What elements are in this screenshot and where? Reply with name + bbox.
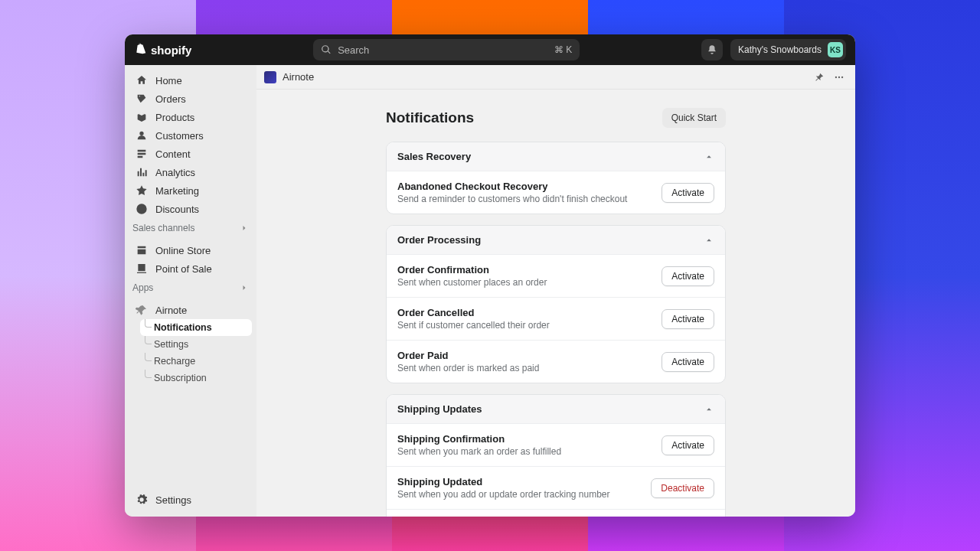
bell-icon	[707, 44, 717, 55]
sidebar-item-discounts[interactable]: Discounts	[129, 200, 252, 218]
subnav-settings[interactable]: Settings	[140, 336, 252, 353]
notification-row: Abandoned Checkout Recovery Send a remin…	[387, 171, 725, 214]
search-icon	[321, 44, 332, 55]
chevron-right-icon	[240, 223, 249, 233]
sidebar-item-content[interactable]: Content	[129, 145, 252, 163]
sidebar-item-products[interactable]: Products	[129, 108, 252, 126]
sidebar-item-customers[interactable]: Customers	[129, 126, 252, 145]
row-desc: Sent when order is marked as paid	[397, 363, 539, 373]
channel-icon	[136, 262, 148, 275]
shopify-icon	[134, 43, 148, 57]
row-desc: Sent when customer places an order	[397, 277, 547, 288]
sidebar-channel-point-of-sale[interactable]: Point of Sale	[129, 259, 252, 278]
sidebar-item-marketing[interactable]: Marketing	[129, 181, 252, 200]
nav-icon	[136, 166, 148, 178]
section-header[interactable]: Sales Recovery	[387, 142, 725, 171]
row-desc: Send a reminder to customers who didn't …	[397, 194, 627, 204]
sidebar-app-airnote[interactable]: Airnote	[129, 301, 252, 319]
page-title: Notifications	[386, 109, 474, 126]
dots-horizontal-icon	[834, 72, 844, 83]
chevron-up-icon	[704, 404, 714, 415]
nav-icon	[136, 148, 148, 160]
app-header: Airnote	[256, 65, 855, 90]
nav-icon	[136, 93, 148, 105]
chevron-right-icon	[240, 283, 249, 292]
pin-icon	[136, 304, 148, 316]
nav-icon	[136, 203, 148, 215]
more-menu-button[interactable]	[831, 69, 848, 86]
notification-row: Order Confirmation Sent when customer pl…	[387, 254, 725, 297]
sidebar-item-orders[interactable]: Orders	[129, 90, 252, 108]
nav-icon	[136, 74, 148, 86]
row-title: Shipping Confirmation	[397, 433, 561, 445]
row-desc: Sent if customer cancelled their order	[397, 320, 550, 331]
svg-point-0	[835, 76, 837, 77]
notification-row: Order Cancelled Sent if customer cancell…	[387, 297, 725, 340]
chevron-up-icon	[704, 152, 714, 162]
deactivate-button[interactable]: Deactivate	[651, 478, 714, 498]
notification-row: Shipping Confirmation Sent when you mark…	[387, 423, 725, 466]
section-header[interactable]: Order Processing	[387, 226, 725, 254]
activate-button[interactable]: Activate	[662, 266, 714, 286]
brand-name: shopify	[151, 44, 191, 57]
row-title: Order Cancelled	[397, 307, 550, 318]
subnav-recharge[interactable]: Recharge	[140, 353, 252, 370]
notification-row: Order Paid Sent when order is marked as …	[387, 340, 725, 383]
sidebar-item-home[interactable]: Home	[129, 71, 252, 90]
app-window: shopify Search ⌘ K Kathy's Snowboards KS…	[125, 34, 855, 517]
sidebar-channel-online-store[interactable]: Online Store	[129, 241, 252, 259]
row-title: Shipping Updated	[397, 476, 610, 487]
notifications-bell[interactable]	[701, 39, 723, 60]
activate-button[interactable]: Activate	[662, 435, 714, 455]
apps-header[interactable]: Apps	[125, 281, 256, 295]
nav-icon	[136, 111, 148, 123]
svg-point-2	[841, 76, 843, 77]
nav-icon	[136, 129, 148, 142]
search-input[interactable]: Search ⌘ K	[313, 39, 580, 60]
subnav-subscription[interactable]: Subscription	[140, 370, 252, 386]
app-icon	[264, 71, 276, 83]
store-switcher[interactable]: Kathy's Snowboards KS	[730, 39, 846, 60]
notification-row: Shipment Delivered Sent when order is de…	[387, 509, 725, 517]
row-title: Order Confirmation	[397, 264, 547, 276]
channel-icon	[136, 244, 148, 256]
main-area: Airnote Notifications Quick Start	[256, 65, 855, 517]
nav-icon	[136, 184, 148, 197]
sidebar-settings[interactable]: Settings	[129, 491, 252, 509]
topbar: shopify Search ⌘ K Kathy's Snowboards KS	[125, 34, 855, 65]
activate-button[interactable]: Activate	[662, 352, 714, 372]
app-name: Airnote	[283, 71, 314, 83]
search-placeholder: Search	[338, 44, 369, 56]
gear-icon	[136, 494, 148, 506]
sidebar-item-analytics[interactable]: Analytics	[129, 163, 252, 181]
avatar: KS	[828, 42, 843, 57]
sidebar: HomeOrdersProductsCustomersContentAnalyt…	[125, 65, 256, 517]
section-order-processing: Order Processing Order Confirmation Sent…	[386, 225, 726, 383]
section-shipping-updates: Shipping Updates Shipping Confirmation S…	[386, 394, 726, 517]
row-desc: Sent when you mark an order as fulfilled	[397, 446, 561, 457]
sales-channels-header[interactable]: Sales channels	[125, 221, 256, 235]
subnav-notifications[interactable]: Notifications	[140, 319, 252, 336]
section-sales-recovery: Sales Recovery Abandoned Checkout Recove…	[386, 142, 726, 214]
row-title: Abandoned Checkout Recovery	[397, 181, 627, 192]
brand-logo[interactable]: shopify	[134, 43, 191, 57]
pin-app-button[interactable]	[811, 69, 828, 86]
quick-start-button[interactable]: Quick Start	[662, 108, 726, 128]
section-header[interactable]: Shipping Updates	[387, 395, 725, 423]
activate-button[interactable]: Activate	[662, 309, 714, 329]
row-desc: Sent when you add or update order tracki…	[397, 489, 610, 500]
svg-point-1	[838, 76, 840, 77]
chevron-up-icon	[704, 235, 714, 246]
notification-row: Shipping Updated Sent when you add or up…	[387, 466, 725, 509]
store-name: Kathy's Snowboards	[738, 44, 822, 55]
activate-button[interactable]: Activate	[662, 183, 714, 203]
search-shortcut: ⌘ K	[554, 44, 572, 55]
pin-icon	[814, 72, 825, 83]
row-title: Order Paid	[397, 350, 539, 361]
